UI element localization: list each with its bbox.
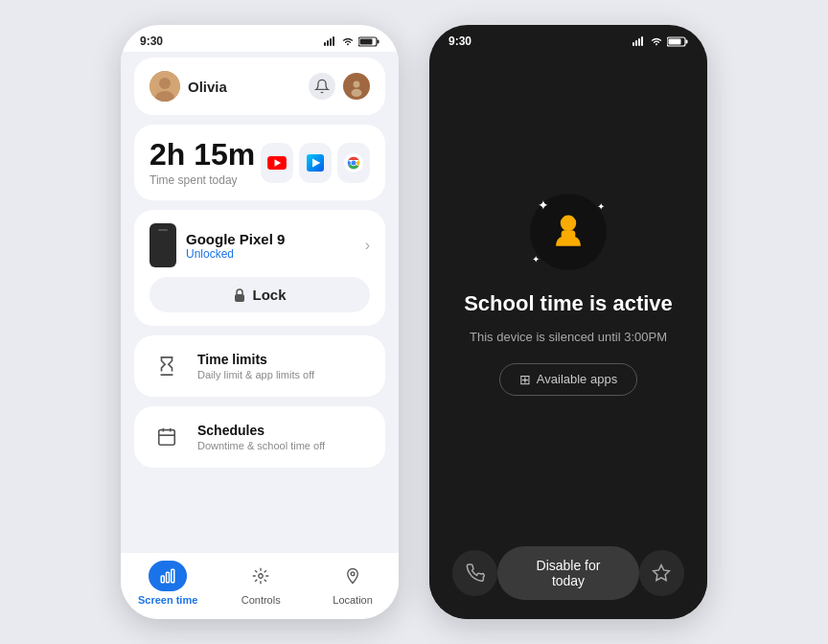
controls-icon	[242, 561, 280, 591]
school-icon-circle: ✦ ✦ ✦	[530, 194, 607, 270]
avatar	[150, 71, 180, 102]
device-card: Google Pixel 9 Unlocked › Lock	[134, 210, 385, 326]
disable-btn-label: Disable for today	[537, 558, 601, 588]
bottom-nav: Screen time Controls Location	[121, 552, 399, 619]
student-icon	[547, 211, 589, 253]
location-icon	[334, 561, 372, 591]
school-time-subtitle: This device is silenced until 3:00PM	[470, 330, 667, 344]
svg-rect-27	[161, 576, 164, 583]
available-apps-button[interactable]: ⊞ Available apps	[499, 363, 637, 396]
time-limits-sub: Daily limit & app limits off	[197, 369, 314, 380]
screen-time-label: Screen time	[138, 594, 197, 606]
time-spent-value: 2h 15m	[150, 138, 255, 172]
calendar-icon	[150, 420, 184, 454]
svg-point-13	[352, 89, 362, 97]
wifi-icon	[341, 36, 355, 46]
bell-icon[interactable]	[309, 73, 335, 100]
device-info: Google Pixel 9 Unlocked	[150, 223, 285, 267]
svg-point-21	[352, 160, 356, 165]
app-icons-row	[261, 143, 370, 183]
diamond-button[interactable]	[639, 550, 684, 596]
call-button[interactable]	[452, 550, 497, 596]
svg-rect-2	[330, 38, 332, 46]
status-icons	[324, 36, 380, 47]
phone-content-light: Olivia	[121, 52, 399, 552]
svg-rect-3	[333, 36, 334, 46]
svg-rect-29	[172, 569, 174, 583]
screen-time-icon	[149, 561, 187, 591]
svg-rect-32	[632, 42, 634, 46]
available-apps-label: Available apps	[537, 372, 617, 386]
chevron-icon: ›	[365, 237, 370, 254]
time-limits-card[interactable]: Time limits Daily limit & app limits off	[134, 335, 385, 397]
nav-screen-time[interactable]: Screen time	[138, 561, 197, 606]
header-card: Olivia	[134, 58, 385, 115]
svg-rect-39	[686, 39, 688, 43]
schedules-card[interactable]: Schedules Downtime & school time off	[134, 406, 385, 468]
svg-marker-42	[654, 565, 670, 581]
status-bar-light: 9:30	[121, 25, 399, 52]
wifi-icon-dark	[650, 36, 663, 46]
sparkle-tr: ✦	[597, 201, 605, 212]
grid-icon: ⊞	[519, 372, 531, 387]
phone-dark: 9:30 ✦ ✦ ✦	[429, 25, 707, 619]
status-time-dark: 9:30	[448, 34, 472, 48]
svg-rect-34	[638, 38, 640, 46]
user-name: Olivia	[188, 79, 227, 95]
dark-bottom-bar: Disable for today	[429, 537, 707, 619]
svg-point-40	[561, 215, 577, 231]
play-icon	[299, 143, 332, 183]
svg-rect-23	[159, 430, 175, 446]
schedules-sub: Downtime & school time off	[197, 440, 325, 451]
time-info: 2h 15m Time spent today	[150, 138, 255, 187]
time-limits-title: Time limits	[197, 352, 314, 367]
sparkle-bl: ✦	[532, 254, 540, 264]
device-name: Google Pixel 9	[186, 231, 285, 247]
svg-point-12	[354, 81, 360, 88]
device-phone-icon	[150, 223, 176, 267]
disable-for-today-button[interactable]: Disable for today	[497, 546, 638, 600]
svg-rect-35	[641, 36, 643, 46]
svg-point-4	[347, 43, 349, 45]
phone-light: 9:30	[121, 25, 399, 619]
avatar-image	[150, 71, 180, 102]
status-icons-dark	[632, 36, 688, 47]
svg-point-31	[351, 572, 355, 576]
sparkle-tl: ✦	[538, 197, 549, 213]
time-limits-text: Time limits Daily limit & app limits off	[197, 352, 314, 380]
hourglass-icon	[150, 349, 184, 383]
device-status: Unlocked	[186, 247, 285, 261]
svg-point-30	[259, 574, 264, 579]
school-time-title: School time is active	[464, 291, 673, 316]
schedules-text: Schedules Downtime & school time off	[197, 423, 325, 451]
schedules-title: Schedules	[197, 423, 325, 438]
svg-rect-1	[327, 40, 329, 46]
time-spent-card: 2h 15m Time spent today	[134, 125, 385, 200]
svg-rect-41	[562, 230, 576, 239]
chrome-icon	[337, 143, 370, 183]
svg-rect-7	[378, 39, 380, 43]
battery-icon	[358, 36, 380, 47]
svg-rect-38	[669, 38, 681, 44]
device-row[interactable]: Google Pixel 9 Unlocked ›	[150, 223, 370, 267]
profile-icon[interactable]	[343, 73, 370, 100]
lock-icon	[233, 288, 246, 303]
location-label: Location	[333, 594, 373, 606]
header-icons	[309, 73, 370, 100]
lock-button[interactable]: Lock	[150, 277, 370, 312]
dark-content: ✦ ✦ ✦ School time is active This device …	[429, 52, 707, 537]
status-time: 9:30	[140, 34, 163, 48]
svg-point-36	[656, 43, 657, 45]
avatar-row: Olivia	[150, 71, 227, 102]
svg-rect-33	[635, 40, 637, 46]
controls-label: Controls	[242, 594, 281, 606]
signal-icon-dark	[632, 36, 646, 46]
svg-point-9	[159, 78, 171, 89]
youtube-icon	[261, 143, 293, 183]
signal-icon	[324, 36, 337, 46]
status-bar-dark: 9:30	[429, 25, 707, 52]
nav-controls[interactable]: Controls	[232, 561, 289, 606]
device-text: Google Pixel 9 Unlocked	[186, 231, 285, 261]
svg-rect-22	[235, 294, 244, 302]
nav-location[interactable]: Location	[324, 561, 381, 606]
